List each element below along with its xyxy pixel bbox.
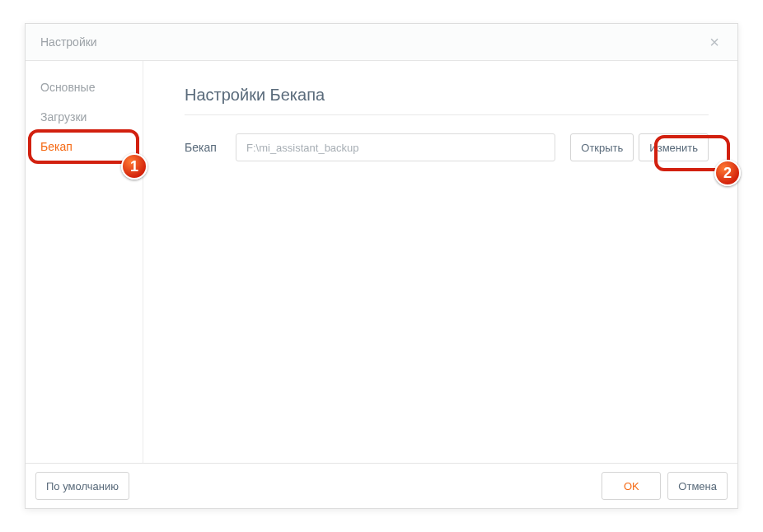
cancel-button[interactable]: Отмена — [667, 472, 728, 500]
sidebar-item-label: Основные — [40, 81, 95, 94]
default-button[interactable]: По умолчанию — [35, 472, 129, 500]
change-button[interactable]: Изменить — [639, 133, 709, 161]
window-title: Настройки — [40, 35, 706, 49]
backup-label: Бекап — [185, 141, 221, 154]
sidebar-item-backup[interactable]: Бекап — [26, 132, 143, 161]
sidebar-item-general[interactable]: Основные — [26, 72, 143, 102]
backup-buttons: Открыть Изменить — [570, 133, 709, 161]
backup-row: Бекап Открыть Изменить — [185, 133, 709, 161]
ok-button[interactable]: OK — [602, 472, 661, 500]
sidebar: Основные Загрузки Бекап — [26, 61, 143, 463]
sidebar-item-label: Бекап — [40, 140, 73, 153]
titlebar: Настройки × — [26, 24, 737, 61]
footer: По умолчанию OK Отмена — [26, 463, 737, 508]
settings-window: Настройки × Основные Загрузки Бекап Наст… — [25, 23, 738, 509]
close-icon[interactable]: × — [706, 34, 723, 50]
sidebar-item-label: Загрузки — [40, 110, 87, 124]
content-heading: Настройки Бекапа — [185, 86, 709, 105]
sidebar-item-downloads[interactable]: Загрузки — [26, 102, 143, 132]
window-body: Основные Загрузки Бекап Настройки Бекапа… — [26, 61, 737, 463]
content-panel: Настройки Бекапа Бекап Открыть Изменить — [143, 61, 737, 463]
divider — [185, 114, 709, 115]
backup-path-input[interactable] — [236, 133, 555, 161]
open-button[interactable]: Открыть — [570, 133, 634, 161]
